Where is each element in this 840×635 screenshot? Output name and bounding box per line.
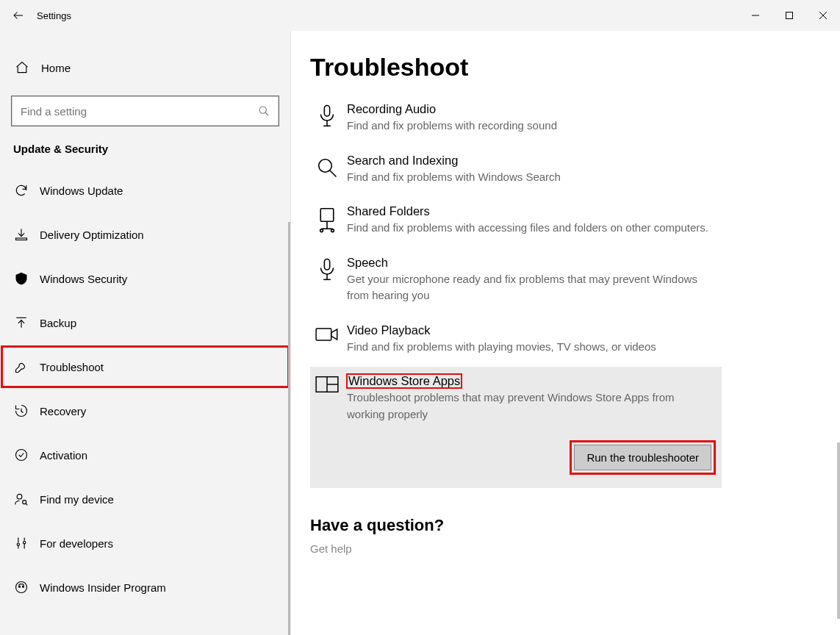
svg-point-12: [17, 543, 19, 545]
troubleshooter-title: Windows Store Apps: [347, 374, 462, 388]
troubleshooter-title: Speech: [347, 256, 388, 270]
wrench-icon: [13, 359, 29, 375]
microphone-icon: [313, 256, 341, 304]
svg-point-25: [320, 229, 323, 232]
troubleshooter-title: Recording Audio: [347, 102, 436, 116]
sidebar-item-activation[interactable]: Activation: [0, 433, 290, 477]
close-button[interactable]: [806, 0, 840, 31]
svg-rect-27: [324, 259, 329, 270]
shield-icon: [13, 270, 29, 287]
svg-point-26: [331, 229, 334, 232]
sidebar-item-recovery[interactable]: Recovery: [0, 389, 290, 433]
sidebar-item-label: Activation: [40, 449, 87, 462]
sidebar-item-label: Recovery: [40, 405, 86, 417]
sidebar-item-troubleshoot[interactable]: Troubleshoot: [0, 345, 290, 389]
troubleshooter-windows-store-apps[interactable]: Windows Store Apps Troubleshoot problems…: [310, 367, 722, 488]
back-button[interactable]: [0, 0, 37, 31]
apps-icon: [313, 374, 341, 470]
svg-point-8: [16, 450, 27, 461]
sync-icon: [13, 182, 29, 198]
svg-rect-30: [316, 329, 331, 340]
sidebar-item-windows-insider[interactable]: Windows Insider Program: [0, 565, 290, 609]
sidebar-item-windows-security[interactable]: Windows Security: [0, 256, 290, 301]
sidebar-item-for-developers[interactable]: For developers: [0, 521, 290, 565]
svg-rect-6: [16, 238, 27, 240]
search-input[interactable]: [12, 105, 249, 118]
sidebar-item-find-my-device[interactable]: Find my device: [0, 477, 290, 521]
svg-line-11: [26, 503, 28, 506]
sidebar-item-label: Windows Insider Program: [40, 581, 166, 594]
download-icon: [13, 226, 29, 243]
get-help-link[interactable]: Get help: [310, 542, 825, 555]
app-title: Settings: [37, 10, 71, 21]
troubleshooter-title: Search and Indexing: [347, 154, 458, 168]
troubleshooter-video-playback[interactable]: Video Playback Find and fix problems wit…: [310, 316, 722, 367]
search-box[interactable]: [11, 96, 279, 126]
insider-icon: [13, 579, 29, 595]
network-share-icon: [313, 204, 341, 237]
troubleshooter-desc: Get your microphone ready and fix proble…: [347, 271, 711, 304]
home-link[interactable]: Home: [0, 53, 290, 82]
svg-rect-1: [786, 12, 793, 19]
history-icon: [13, 403, 29, 419]
troubleshooter-desc: Troubleshoot problems that may prevent W…: [347, 390, 711, 423]
page-title: Troubleshoot: [310, 53, 825, 82]
content-pane: Troubleshoot Recording Audio Find and fi…: [291, 31, 840, 635]
maximize-button[interactable]: [772, 0, 806, 31]
sidebar-item-label: Windows Security: [40, 273, 127, 285]
minimize-button[interactable]: [739, 0, 772, 31]
svg-point-15: [19, 586, 21, 587]
sidebar: Home Update & Security Windows Update De…: [0, 31, 291, 635]
sidebar-item-label: Backup: [40, 317, 76, 329]
video-icon: [313, 323, 341, 356]
svg-line-5: [265, 112, 268, 115]
svg-point-4: [259, 107, 266, 113]
microphone-icon: [313, 102, 341, 134]
question-title: Have a question?: [310, 516, 825, 535]
sidebar-item-label: Find my device: [40, 493, 114, 506]
home-icon: [15, 60, 31, 75]
troubleshooter-desc: Find and fix problems with recording sou…: [347, 118, 711, 134]
tools-icon: [13, 535, 29, 551]
content-scrollbar[interactable]: [836, 31, 840, 635]
troubleshooter-speech[interactable]: Speech Get your microphone ready and fix…: [310, 248, 722, 316]
magnifier-icon: [313, 154, 341, 186]
find-device-icon: [13, 491, 29, 507]
troubleshooter-desc: Find and fix problems with accessing fil…: [347, 220, 711, 237]
svg-point-16: [23, 586, 24, 587]
sidebar-item-backup[interactable]: Backup: [0, 301, 290, 345]
troubleshooter-title: Shared Folders: [347, 204, 430, 218]
svg-point-20: [319, 159, 332, 172]
sidebar-item-label: For developers: [40, 537, 113, 550]
troubleshooter-desc: Find and fix problems with playing movie…: [347, 339, 711, 356]
sidebar-item-windows-update[interactable]: Windows Update: [0, 168, 290, 212]
svg-rect-17: [324, 105, 329, 116]
troubleshooter-shared-folders[interactable]: Shared Folders Find and fix problems wit…: [310, 197, 722, 248]
upload-icon: [13, 315, 29, 331]
svg-point-13: [24, 542, 26, 544]
svg-line-21: [330, 170, 337, 176]
run-troubleshooter-button[interactable]: Run the troubleshooter: [574, 445, 711, 470]
troubleshooter-title: Video Playback: [347, 323, 430, 337]
scrollbar-thumb[interactable]: [837, 442, 840, 619]
search-icon: [249, 105, 279, 117]
sidebar-item-label: Troubleshoot: [40, 361, 104, 373]
sidebar-section-title: Update & Security: [0, 143, 290, 168]
svg-point-14: [16, 582, 27, 593]
troubleshooter-recording-audio[interactable]: Recording Audio Find and fix problems wi…: [310, 95, 722, 146]
titlebar: Settings: [0, 0, 840, 31]
svg-point-9: [17, 494, 22, 499]
sidebar-item-label: Windows Update: [40, 184, 123, 197]
sidebar-scrollbar[interactable]: [288, 222, 290, 635]
svg-rect-22: [320, 209, 334, 222]
troubleshooter-search-indexing[interactable]: Search and Indexing Find and fix problem…: [310, 146, 722, 198]
check-circle-icon: [13, 447, 29, 463]
troubleshooter-desc: Find and fix problems with Windows Searc…: [347, 169, 711, 186]
sidebar-item-delivery-optimization[interactable]: Delivery Optimization: [0, 212, 290, 256]
home-label: Home: [41, 62, 71, 74]
sidebar-item-label: Delivery Optimization: [40, 229, 144, 241]
